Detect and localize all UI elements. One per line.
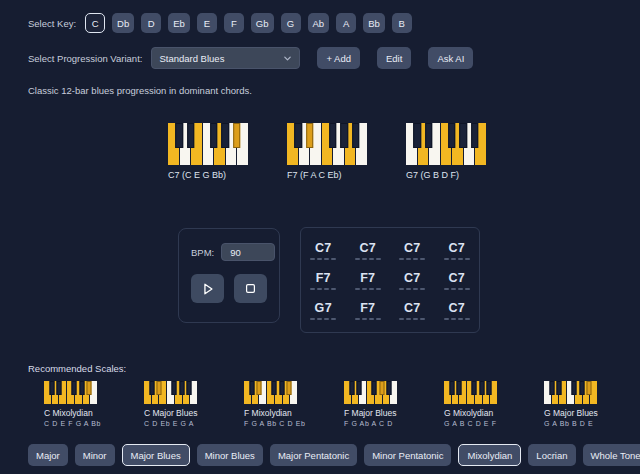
- beat-dash: [451, 258, 456, 260]
- piano-black-key: [221, 123, 229, 148]
- beat-indicators: [355, 258, 381, 260]
- beat-dash: [355, 258, 360, 260]
- select-variant-label: Select Progression Variant:: [28, 53, 142, 64]
- player-panel: BPM:: [178, 228, 280, 323]
- beat-dash: [376, 318, 381, 320]
- piano-black-key: [179, 381, 184, 395]
- ask-ai-button[interactable]: Ask AI: [428, 47, 473, 69]
- play-button[interactable]: [191, 274, 224, 303]
- scale-type-button-major-blues[interactable]: Major Blues: [122, 444, 190, 466]
- beat-indicators: [444, 288, 470, 290]
- piano-black-key: [349, 381, 354, 395]
- key-button-f[interactable]: F: [224, 13, 244, 33]
- key-button-bb[interactable]: Bb: [363, 13, 385, 33]
- bar-cell: C7: [435, 235, 480, 265]
- bar-chord-name: C7: [359, 241, 376, 255]
- chord-keyboards-row: C7 (C E G Bb)F7 (F A C Eb)G7 (G B D F): [168, 123, 490, 180]
- scale-block: F MixolydianF G A Bb C D Eb: [244, 381, 300, 427]
- bpm-input[interactable]: [221, 243, 275, 261]
- scale-type-button-locrian[interactable]: Locrian: [528, 444, 575, 466]
- key-button-gb[interactable]: Gb: [251, 13, 274, 33]
- scale-name: F Major Blues: [344, 408, 400, 418]
- stop-button[interactable]: [234, 274, 267, 303]
- key-selector-row: Select Key: CDbDEbEFGbGAbABbB: [28, 13, 412, 33]
- piano-black-key: [233, 123, 241, 148]
- beat-dash: [369, 258, 374, 260]
- bar-chord-name: F7: [360, 271, 375, 285]
- piano-black-key: [459, 123, 467, 148]
- beat-indicators: [444, 318, 470, 320]
- piano-black-key: [425, 123, 433, 148]
- piano-black-key: [187, 381, 192, 395]
- scale-keyboard: [144, 381, 197, 404]
- piano-black-key: [157, 381, 162, 395]
- beat-dash: [369, 318, 374, 320]
- bar-cell: C7: [435, 295, 480, 325]
- key-button-db[interactable]: Db: [112, 13, 134, 33]
- scale-block: G Major BluesG A Bb B D E: [544, 381, 600, 427]
- piano-black-key: [372, 381, 377, 395]
- piano-black-key: [272, 381, 277, 395]
- piano-black-key: [557, 381, 562, 395]
- key-button-ab[interactable]: Ab: [308, 13, 330, 33]
- beat-dash: [458, 288, 463, 290]
- beat-dash: [413, 318, 418, 320]
- piano-black-key: [449, 381, 454, 395]
- bar-cell: C7: [301, 235, 346, 265]
- bar-chord-name: C7: [448, 271, 465, 285]
- key-button-eb[interactable]: Eb: [168, 13, 190, 33]
- scale-type-button-major[interactable]: Major: [28, 444, 68, 466]
- bar-cell: C7: [390, 235, 435, 265]
- bar-cell: C7: [390, 265, 435, 295]
- piano-black-key: [176, 123, 184, 148]
- scale-type-button-minor[interactable]: Minor: [75, 444, 115, 466]
- beat-dash: [310, 258, 315, 260]
- bar-chord-name: F7: [316, 271, 331, 285]
- key-buttons: CDbDEbEFGbGAbABbB: [85, 13, 412, 33]
- scale-type-button-mixolydian[interactable]: Mixolydian: [458, 444, 521, 466]
- key-button-a[interactable]: A: [336, 13, 356, 33]
- scale-block: C Major BluesC D Eb E G A: [144, 381, 200, 427]
- key-button-b[interactable]: B: [392, 13, 412, 33]
- key-button-d[interactable]: D: [141, 13, 161, 33]
- beat-dash: [458, 258, 463, 260]
- piano-black-key: [352, 123, 360, 148]
- beat-indicators: [444, 258, 470, 260]
- key-button-e[interactable]: E: [197, 13, 217, 33]
- piano-black-key: [72, 381, 77, 395]
- scale-name: F Mixolydian: [244, 408, 300, 418]
- piano-black-key: [579, 381, 584, 395]
- scale-type-button-whole-tone[interactable]: Whole Tone: [583, 444, 640, 466]
- piano-black-key: [448, 123, 456, 148]
- piano-black-key: [572, 381, 577, 395]
- beat-dash: [399, 288, 404, 290]
- beat-indicators: [355, 288, 381, 290]
- beat-dash: [406, 258, 411, 260]
- bar-cell: F7: [346, 295, 391, 325]
- scale-type-button-minor-blues[interactable]: Minor Blues: [197, 444, 263, 466]
- edit-variant-button[interactable]: Edit: [377, 47, 411, 69]
- add-variant-button[interactable]: + Add: [317, 47, 360, 69]
- scale-type-button-major-pentatonic[interactable]: Major Pentatonic: [270, 444, 357, 466]
- piano-black-key: [340, 123, 348, 148]
- beat-dash: [331, 288, 336, 290]
- piano-black-key: [414, 123, 422, 148]
- key-button-g[interactable]: G: [281, 13, 301, 33]
- scale-keyboard: [344, 381, 397, 404]
- piano-black-key: [249, 381, 254, 395]
- beat-dash: [444, 258, 449, 260]
- piano-black-key: [295, 123, 303, 148]
- beat-dash: [317, 288, 322, 290]
- bar-cell: F7: [301, 265, 346, 295]
- beat-indicators: [355, 318, 381, 320]
- recommended-scales-label: Recommended Scales:: [28, 363, 126, 374]
- chevron-down-icon: [283, 54, 292, 63]
- beat-dash: [355, 318, 360, 320]
- beat-dash: [317, 318, 322, 320]
- progression-variant-select[interactable]: Standard Blues: [151, 47, 300, 69]
- key-button-c[interactable]: C: [85, 13, 105, 33]
- play-icon: [201, 282, 215, 296]
- piano-black-key: [57, 381, 62, 395]
- scale-type-button-minor-pentatonic[interactable]: Minor Pentatonic: [364, 444, 451, 466]
- progression-grid: C7C7C7C7F7F7C7C7G7F7C7C7: [300, 227, 480, 333]
